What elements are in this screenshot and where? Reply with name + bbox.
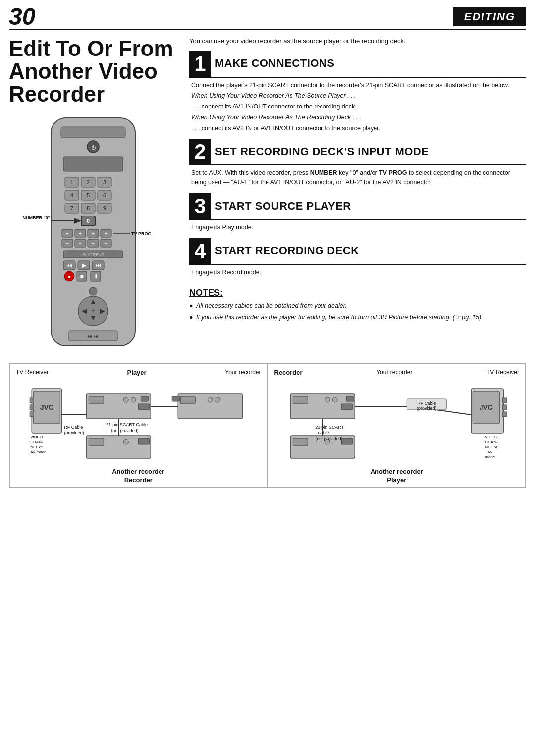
page-number: 30 [9, 5, 35, 29]
svg-rect-1 [61, 127, 125, 138]
note-item-2: If you use this recorder as the player f… [189, 313, 526, 322]
svg-rect-113 [502, 398, 506, 403]
svg-text:(provided): (provided) [416, 406, 436, 411]
svg-text:AV: AV [487, 450, 493, 454]
player-bold-label: Player [127, 369, 147, 376]
step-1: 1 MAKE CONNECTIONS Connect the player's … [189, 51, 526, 135]
step-2-body: Set to AUX. With this video recorder, pr… [189, 168, 526, 189]
step-3-number: 3 [189, 193, 211, 219]
svg-text:21-pin SCART: 21-pin SCART [315, 425, 344, 430]
svg-text:−: − [79, 241, 82, 246]
svg-text:VIDEO: VIDEO [485, 435, 497, 439]
svg-point-77 [131, 397, 136, 402]
step-2-title: SET RECORDING DECK'S INPUT MODE [211, 139, 432, 164]
remote-svg: ⏻ 1 2 3 4 5 6 7 8 [21, 113, 165, 351]
step-4-text: Engage its Record mode. [191, 268, 524, 277]
svg-point-87 [215, 397, 220, 402]
svg-text:TV PROG: TV PROG [131, 231, 152, 236]
svg-text:◀: ◀ [82, 307, 87, 315]
svg-rect-83 [138, 438, 149, 444]
svg-rect-105 [293, 396, 308, 404]
step-4-header: 4 START RECORDING DECK [189, 238, 526, 265]
notes-list: All necessary cables can be obtained fro… [189, 301, 526, 322]
svg-rect-108 [346, 396, 354, 401]
step-3-title: START SOURCE PLAYER [211, 193, 355, 219]
step-1-note-1-label: When Using Your Video Recorder As The So… [191, 91, 524, 101]
svg-text:⏻: ⏻ [91, 145, 96, 150]
svg-text:+: + [79, 231, 82, 236]
svg-rect-109 [341, 404, 352, 410]
step-4-body: Engage its Record mode. [189, 268, 526, 279]
remote-image: ⏻ 1 2 3 4 5 6 7 8 [16, 113, 170, 351]
svg-text:▶: ▶ [82, 262, 87, 269]
svg-text:+: + [92, 231, 95, 236]
svg-text:CHAN-: CHAN- [485, 440, 498, 444]
step-3: 3 START SOURCE PLAYER Engage its Play mo… [189, 193, 526, 234]
svg-text:⏮: ⏮ [66, 262, 72, 269]
svg-text:0: 0 [87, 218, 90, 224]
notes-section: NOTES: All necessary cables can be obtai… [189, 286, 526, 322]
svg-text:⏸: ⏸ [93, 273, 99, 280]
step-1-note-2-text: . . . connect its AV2 IN or AV1 IN/OUT c… [191, 124, 524, 133]
svg-text:NUMBER "0": NUMBER "0" [22, 216, 50, 220]
svg-rect-88 [172, 396, 179, 401]
svg-text:///  *GRE  ///: /// *GRE /// [82, 252, 104, 257]
svg-rect-85 [180, 396, 195, 404]
svg-text:−: − [66, 241, 69, 246]
section-badge: EDITING [453, 7, 526, 26]
svg-rect-72 [30, 405, 34, 410]
header-divider [9, 29, 526, 30]
svg-text:●: ● [68, 274, 71, 279]
svg-rect-79 [138, 404, 149, 410]
step-3-text: Engage its Play mode. [191, 223, 524, 232]
svg-text:2: 2 [87, 179, 90, 185]
main-content: Edit To Or From Another Video Recorder ⏻… [0, 33, 535, 351]
step-4-number: 4 [189, 238, 211, 264]
svg-point-76 [123, 397, 128, 402]
step-1-note-1-text: . . . connect its AV1 IN/OUT connector t… [191, 102, 524, 111]
svg-text:NEL or: NEL or [485, 445, 497, 449]
svg-text:21-pin SCART Cable: 21-pin SCART Cable [106, 422, 148, 427]
diagram-recorder-bottom: Another recorder [274, 468, 520, 475]
step-1-note-2-label: When Using Your Video Recorder As The Re… [191, 113, 524, 122]
svg-text:−: − [92, 241, 95, 246]
svg-text:JVC: JVC [40, 403, 54, 411]
svg-text:1: 1 [70, 179, 73, 185]
svg-rect-81 [89, 438, 104, 446]
svg-text:3: 3 [103, 179, 106, 185]
svg-rect-114 [502, 405, 506, 410]
svg-point-107 [332, 397, 337, 402]
svg-text:▶: ▶ [100, 307, 105, 315]
svg-point-82 [123, 439, 128, 444]
svg-point-59 [89, 287, 97, 295]
step-1-header: 1 MAKE CONNECTIONS [189, 51, 526, 78]
svg-text:mode: mode [485, 455, 495, 459]
diagram-player-role: Recorder [16, 476, 261, 484]
your-recorder-left-label: Your recorder [225, 369, 261, 376]
diagram-player-svg: JVC [16, 379, 261, 463]
svg-rect-101 [293, 438, 308, 446]
svg-text:▲: ▲ [90, 297, 97, 305]
svg-text:+: + [105, 231, 107, 236]
step-2-header: 2 SET RECORDING DECK'S INPUT MODE [189, 139, 526, 165]
tv-receiver-right-label: TV Receiver [486, 369, 519, 376]
diagram-player-label-row: TV Receiver Player Your recorder [16, 369, 261, 376]
svg-text:9: 9 [103, 205, 106, 211]
svg-text:VIDEO: VIDEO [30, 435, 43, 439]
svg-text:CHAN-: CHAN- [30, 440, 43, 444]
tv-receiver-left-label: TV Receiver [16, 369, 49, 376]
svg-text:(not provided): (not provided) [315, 436, 343, 441]
diagram-player: TV Receiver Player Your recorder JVC [9, 363, 268, 488]
your-recorder-right-label: Your recorder [376, 369, 412, 376]
svg-rect-75 [89, 396, 104, 404]
step-2-text: Set to AUX. With this video recorder, pr… [191, 168, 524, 187]
step-1-title: MAKE CONNECTIONS [211, 51, 338, 77]
step-4-title: START RECORDING DECK [211, 238, 363, 264]
svg-text:AV mode: AV mode [30, 450, 47, 454]
step-1-body: Connect the player's 21-pin SCART connec… [189, 81, 526, 135]
diagram-section: TV Receiver Player Your recorder JVC [9, 363, 526, 488]
diagram-recorder-role: Player [274, 476, 520, 484]
svg-text:■: ■ [80, 273, 83, 280]
svg-text:4: 4 [70, 192, 73, 198]
svg-rect-71 [30, 398, 34, 403]
